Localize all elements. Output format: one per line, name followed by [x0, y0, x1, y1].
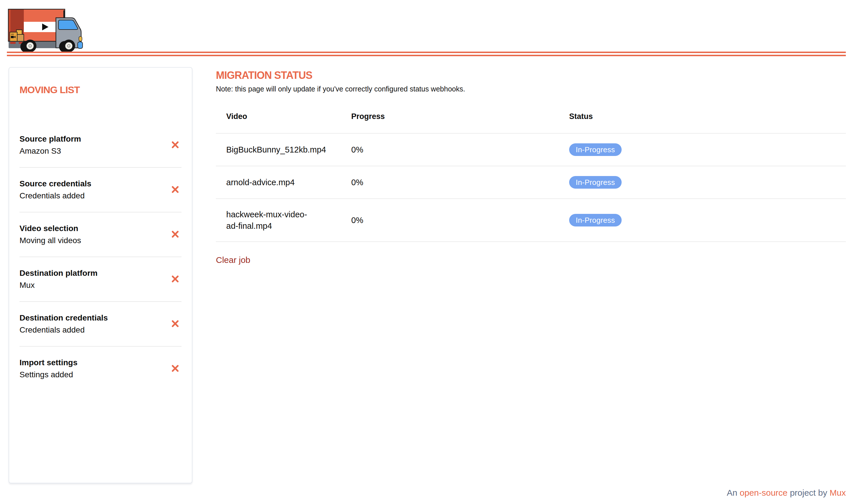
status-badge: In-Progress: [569, 143, 622, 156]
footer-text-middle: project by: [790, 488, 827, 498]
moving-list-card: MOVING LIST Source platform Amazon S3 So…: [8, 67, 193, 483]
list-item-value: Credentials added: [19, 325, 108, 335]
list-item-value: Moving all videos: [19, 235, 81, 246]
status-badge: In-Progress: [569, 176, 622, 188]
x-icon: [171, 141, 179, 150]
clear-job-link[interactable]: Clear job: [216, 255, 250, 265]
list-item-label: Source credentials: [19, 179, 91, 189]
x-icon: [171, 275, 179, 284]
list-item-source-platform: Source platform Amazon S3: [19, 123, 181, 168]
status-cell: In-Progress: [559, 143, 846, 156]
migration-table: Video Progress Status BigBuckBunny_512kb…: [216, 102, 846, 242]
list-item-label: Destination credentials: [19, 313, 108, 323]
list-item-text: Destination platform Mux: [19, 268, 97, 290]
list-item-video-selection: Video selection Moving all videos: [19, 213, 181, 257]
table-row: arnold-advice.mp4 0% In-Progress: [216, 166, 846, 199]
list-item-text: Source platform Amazon S3: [19, 134, 81, 156]
table-row: hackweek-mux-video-ad-final.mp4 0% In-Pr…: [216, 199, 846, 242]
truck-logo-icon: [8, 7, 84, 54]
remove-import-settings-button[interactable]: [170, 364, 180, 373]
remove-destination-platform-button[interactable]: [170, 275, 180, 284]
list-item-label: Source platform: [19, 134, 81, 144]
video-cell: arnold-advice.mp4: [216, 177, 341, 188]
progress-cell: 0%: [341, 145, 559, 155]
table-row: BigBuckBunny_512kb.mp4 0% In-Progress: [216, 133, 846, 166]
open-source-link[interactable]: open-source: [740, 488, 787, 498]
x-icon: [171, 230, 179, 239]
page: MOVING LIST Source platform Amazon S3 So…: [0, 0, 851, 504]
status-badge: In-Progress: [569, 214, 622, 227]
remove-source-platform-button[interactable]: [170, 141, 180, 150]
list-item-source-credentials: Source credentials Credentials added: [19, 168, 181, 213]
column-header-video: Video: [216, 112, 341, 121]
list-item-value: Credentials added: [19, 191, 91, 201]
list-item-label: Import settings: [19, 358, 77, 368]
column-header-status: Status: [559, 112, 846, 121]
x-icon: [171, 185, 179, 194]
list-item-label: Video selection: [19, 223, 81, 234]
list-item-import-settings: Import settings Settings added: [19, 347, 181, 391]
x-icon: [171, 364, 179, 373]
header: [0, 0, 851, 59]
list-item-value: Settings added: [19, 370, 77, 380]
remove-source-credentials-button[interactable]: [170, 185, 180, 194]
video-cell: BigBuckBunny_512kb.mp4: [216, 144, 341, 156]
list-item-destination-platform: Destination platform Mux: [19, 257, 181, 302]
webhooks-note: Note: this page will only update if you'…: [216, 85, 846, 93]
progress-cell: 0%: [341, 178, 559, 187]
x-icon: [171, 320, 179, 328]
list-item-value: Amazon S3: [19, 146, 81, 156]
progress-cell: 0%: [341, 216, 559, 225]
list-item-text: Destination credentials Credentials adde…: [19, 313, 108, 335]
video-filename: hackweek-mux-video-ad-final.mp4: [226, 209, 315, 232]
moving-list-title: MOVING LIST: [19, 84, 181, 95]
list-item-text: Video selection Moving all videos: [19, 223, 81, 246]
list-item-destination-credentials: Destination credentials Credentials adde…: [19, 302, 181, 347]
table-header-row: Video Progress Status: [216, 102, 846, 133]
list-item-value: Mux: [19, 280, 97, 290]
remove-video-selection-button[interactable]: [170, 230, 180, 239]
mux-link[interactable]: Mux: [830, 488, 846, 498]
video-filename: arnold-advice.mp4: [226, 177, 295, 188]
list-item-text: Source credentials Credentials added: [19, 179, 91, 201]
list-item-label: Destination platform: [19, 268, 97, 278]
status-cell: In-Progress: [559, 176, 846, 188]
content: MOVING LIST Source platform Amazon S3 So…: [0, 59, 851, 483]
migration-status-section: MIGRATION STATUS Note: this page will on…: [193, 59, 851, 265]
footer-credit: An open-source project by Mux: [727, 488, 846, 498]
remove-destination-credentials-button[interactable]: [170, 319, 180, 328]
column-header-progress: Progress: [341, 112, 559, 121]
header-divider-line-bottom: [7, 55, 846, 56]
video-cell: hackweek-mux-video-ad-final.mp4: [216, 209, 341, 232]
footer-text-prefix: An: [727, 488, 738, 498]
status-cell: In-Progress: [559, 214, 846, 227]
list-item-text: Import settings Settings added: [19, 358, 77, 380]
video-filename: BigBuckBunny_512kb.mp4: [226, 144, 315, 156]
page-title: MIGRATION STATUS: [216, 69, 846, 82]
header-divider-line-top: [7, 52, 846, 53]
